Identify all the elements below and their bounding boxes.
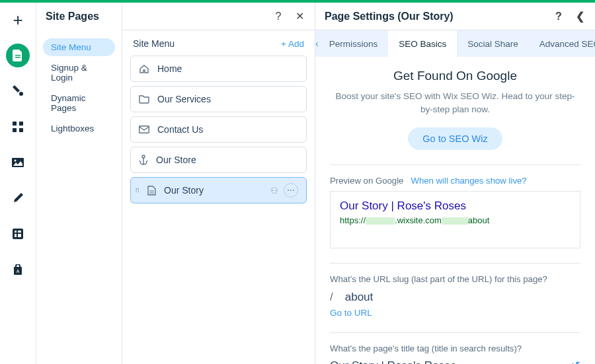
- pages-nav-lightboxes[interactable]: Lightboxes: [43, 120, 115, 137]
- seo-promo-subtext: Boost your site's SEO with Wix SEO Wiz. …: [330, 90, 580, 117]
- image-icon: [12, 158, 24, 167]
- pages-nav-dynamic-pages[interactable]: Dynamic Pages: [43, 89, 115, 117]
- store-rail-button[interactable]: A: [6, 258, 30, 281]
- tab-social-share[interactable]: Social Share: [457, 30, 529, 57]
- pages-nav-signup-login[interactable]: Signup & Login: [43, 59, 115, 87]
- menu-item-contact-us[interactable]: Contact Us: [130, 116, 307, 143]
- google-preview-title: Our Story | Rose's Roses: [340, 200, 571, 213]
- add-page-button[interactable]: + Add: [281, 39, 304, 49]
- url-slug-label: What's the URL slug (last part of the UR…: [330, 274, 580, 284]
- svg-rect-4: [19, 128, 23, 132]
- tab-advanced-seo[interactable]: Advanced SEO: [529, 30, 595, 57]
- google-preview-url: https://.wixsite.comabout: [340, 215, 571, 225]
- google-preview-label: Preview on Google: [330, 176, 403, 186]
- grid-icon: [13, 122, 23, 132]
- go-to-seo-wiz-button[interactable]: Go to SEO Wiz: [408, 127, 502, 150]
- slug-slash: /: [330, 291, 333, 304]
- title-tag-label: What's the page's title tag (title in se…: [330, 344, 580, 353]
- url-slug-input[interactable]: about: [345, 291, 374, 304]
- left-tool-rail: + A: [0, 3, 36, 364]
- svg-rect-9: [18, 231, 21, 233]
- menu-item-label: Contact Us: [157, 124, 203, 135]
- menu-item-label: Home: [157, 63, 182, 74]
- close-icon[interactable]: ✕: [294, 10, 305, 22]
- bag-icon: A: [13, 264, 23, 275]
- pages-rail-button[interactable]: [6, 44, 30, 67]
- tab-seo-basics[interactable]: SEO Basics: [388, 30, 457, 57]
- page-settings-panel: Page Settings (Our Story) ? ❮ ‹ Permissi…: [315, 3, 595, 364]
- menu-item-label: Our Story: [164, 185, 204, 196]
- page-icon: [13, 50, 23, 61]
- svg-text:A: A: [17, 269, 20, 273]
- theme-rail-button[interactable]: [6, 79, 30, 103]
- redacted-segment: [366, 217, 395, 225]
- seo-promo-heading: Get Found On Google: [330, 69, 580, 83]
- help-icon[interactable]: ?: [553, 11, 565, 22]
- blog-rail-button[interactable]: [6, 186, 30, 210]
- table-icon: [13, 229, 23, 239]
- svg-rect-11: [18, 234, 21, 237]
- folder-icon: [139, 94, 149, 104]
- svg-rect-2: [19, 122, 23, 126]
- site-pages-panel: Site Pages Site Menu Signup & Login Dyna…: [36, 3, 122, 364]
- settings-tabs: ‹ Permissions SEO Basics Social Share Ad…: [315, 30, 595, 57]
- site-pages-title: Site Pages: [46, 11, 99, 22]
- paint-icon: [13, 85, 23, 97]
- reset-icon[interactable]: ↺: [571, 359, 580, 365]
- redacted-segment: [442, 217, 468, 225]
- title-tag-input[interactable]: Our Story | Rose's Roses: [330, 359, 456, 365]
- pages-nav-site-menu[interactable]: Site Menu: [43, 38, 115, 56]
- page-icon: [147, 186, 156, 196]
- home-icon: [139, 63, 149, 74]
- site-menu-subtitle: Site Menu: [133, 38, 175, 49]
- go-to-url-link[interactable]: Go to URL: [330, 308, 580, 318]
- page-settings-title: Page Settings (Our Story): [325, 11, 454, 22]
- media-rail-button[interactable]: [6, 151, 30, 174]
- menu-item-home[interactable]: Home: [130, 55, 307, 82]
- svg-rect-10: [15, 234, 17, 237]
- tab-permissions[interactable]: Permissions: [319, 30, 389, 57]
- svg-point-14: [142, 155, 145, 158]
- site-menu-panel: ? ✕ Site Menu + Add Home Our Services Co…: [122, 3, 315, 364]
- menu-item-our-story[interactable]: ⠿ Our Story ⚇ ⋯: [130, 177, 307, 203]
- svg-point-6: [15, 160, 17, 162]
- pen-icon: [12, 192, 24, 204]
- google-preview-box: Our Story | Rose's Roses https://.wixsit…: [330, 191, 580, 248]
- menu-item-our-services[interactable]: Our Services: [130, 86, 307, 112]
- mail-icon: [139, 126, 149, 133]
- back-icon[interactable]: ❮: [574, 10, 586, 22]
- visibility-icon[interactable]: ⚇: [270, 186, 278, 196]
- changes-live-link[interactable]: When will changes show live?: [411, 176, 526, 186]
- menu-item-label: Our Services: [157, 94, 211, 104]
- svg-rect-8: [15, 231, 17, 233]
- drag-handle-icon[interactable]: ⠿: [135, 187, 139, 194]
- data-rail-button[interactable]: [6, 222, 30, 246]
- add-button[interactable]: +: [6, 8, 30, 32]
- menu-item-our-store[interactable]: Our Store: [130, 147, 307, 173]
- menu-item-label: Our Store: [156, 155, 196, 165]
- help-icon[interactable]: ?: [272, 11, 284, 22]
- svg-point-0: [19, 92, 23, 96]
- svg-rect-13: [139, 126, 149, 133]
- svg-rect-3: [13, 128, 17, 132]
- svg-rect-1: [13, 122, 17, 126]
- anchor-icon: [139, 155, 148, 165]
- more-options-button[interactable]: ⋯: [284, 183, 298, 198]
- apps-rail-button[interactable]: [6, 115, 30, 139]
